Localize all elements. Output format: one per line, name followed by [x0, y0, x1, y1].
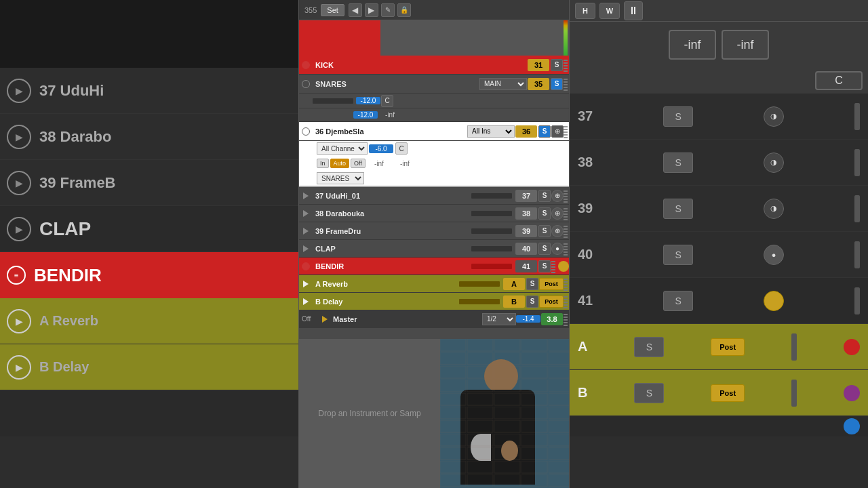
- bottom-section: Drop an Instrument or Samp: [299, 339, 569, 488]
- djembe-drag: [564, 125, 569, 138]
- track-39: 39 FrameDru 39 S ⊕: [299, 222, 569, 240]
- kick-s-btn[interactable]: S: [551, 59, 563, 71]
- right-s-39[interactable]: S: [663, 199, 693, 219]
- djembe-extra-btn[interactable]: ⊕: [551, 125, 564, 138]
- right-post-b[interactable]: Post: [711, 384, 745, 402]
- track-37-s[interactable]: S: [538, 190, 551, 202]
- right-track-40: 40 S ●: [570, 232, 868, 278]
- djembe-off-btn[interactable]: Off: [351, 159, 366, 168]
- snares-s-btn[interactable]: S: [551, 78, 563, 90]
- track-39-extra[interactable]: ⊕: [551, 225, 564, 237]
- track-reverb-play-icon: [303, 281, 309, 287]
- track-clap-play-icon: [303, 245, 309, 252]
- clip-red[interactable]: [299, 20, 380, 56]
- track-38-drag: [564, 207, 569, 220]
- djembe-c-btn[interactable]: C: [395, 142, 408, 155]
- track-clap-extra[interactable]: ●: [551, 243, 564, 255]
- track-reverb-s[interactable]: S: [526, 278, 538, 290]
- snares-db3: -inf: [378, 111, 402, 119]
- right-bar-a: [791, 333, 797, 361]
- right-bar-b: [791, 380, 797, 407]
- right-s-37[interactable]: S: [663, 106, 693, 127]
- track-38-name: 38 Darabouka: [313, 209, 471, 218]
- snares-drag: [564, 77, 569, 91]
- djembe-auto-btn[interactable]: Auto: [330, 159, 350, 168]
- right-circle-40: ●: [764, 245, 784, 265]
- master-off-label: Off: [299, 315, 319, 323]
- track-delay-s[interactable]: S: [526, 296, 538, 308]
- djembe-sub-row1: All Channe -6.0 C: [299, 141, 569, 156]
- djembe-dropdown-out[interactable]: All Channe: [317, 142, 368, 155]
- djembe-dropdown-in[interactable]: All Ins: [467, 125, 515, 138]
- djembe-in-btn[interactable]: In: [317, 159, 329, 168]
- right-s-a[interactable]: S: [634, 337, 664, 357]
- h-btn[interactable]: H: [575, 3, 595, 19]
- bg-left-track-clap: ▶ CLAP: [0, 206, 298, 252]
- right-track-a: A S Post: [570, 324, 868, 370]
- right-bar-40: [854, 241, 860, 268]
- play-btn-38[interactable]: ▶: [7, 125, 31, 149]
- track-38-s[interactable]: S: [538, 207, 551, 220]
- track-delay-post[interactable]: Post: [539, 296, 564, 308]
- track-bendir-num: 41: [515, 260, 537, 272]
- bendir-icon: ≡: [7, 266, 26, 285]
- snares-db2: -12.0: [353, 111, 378, 119]
- play-btn-39[interactable]: ▶: [7, 171, 31, 195]
- right-num-41: 41: [578, 293, 593, 308]
- snares-status: [299, 75, 313, 94]
- right-s-40[interactable]: S: [663, 245, 693, 265]
- track-bendir-s[interactable]: S: [538, 260, 551, 272]
- pencil-btn[interactable]: ✎: [381, 3, 395, 17]
- track-name-39: 39 FrameB: [39, 174, 116, 192]
- w-btn[interactable]: W: [599, 3, 620, 19]
- play-btn-clap[interactable]: ▶: [7, 217, 31, 241]
- djembe-num: 36: [515, 125, 537, 138]
- drop-zone[interactable]: Drop an Instrument or Samp: [299, 339, 440, 488]
- right-s-38[interactable]: S: [663, 152, 693, 173]
- lock-btn[interactable]: 🔒: [397, 3, 411, 17]
- right-num-b: B: [578, 385, 587, 401]
- djembe-s-btn[interactable]: S: [538, 125, 551, 138]
- bg-left-track-delay: ▶ B Delay: [0, 344, 298, 390]
- master-play-icon: [322, 316, 328, 323]
- track-bendir: BENDIR 41 S: [299, 258, 569, 275]
- right-circle-41-gold: [764, 291, 784, 311]
- track-name-reverb: A Reverb: [39, 313, 98, 329]
- play-btn-37[interactable]: ▶: [7, 79, 31, 103]
- master-subdiv[interactable]: 1/2: [482, 313, 516, 325]
- right-track-41: 41 S: [570, 278, 868, 324]
- djembe-send-dropdown[interactable]: SNARES: [317, 172, 364, 184]
- snares-channel-dropdown[interactable]: MAIN: [479, 78, 527, 90]
- track-clap-s[interactable]: S: [538, 243, 551, 255]
- track-name-delay: B Delay: [39, 359, 89, 375]
- track-name-38: 38 Darabo: [39, 128, 111, 146]
- pause-btn[interactable]: ⏸: [624, 1, 643, 20]
- right-s-41[interactable]: S: [663, 291, 693, 311]
- snares-c-btn[interactable]: C: [381, 95, 393, 107]
- track-39-level: [471, 228, 512, 234]
- right-num-37: 37: [578, 108, 593, 124]
- forward-arrow-btn[interactable]: ▶: [365, 3, 378, 17]
- play-btn-delay[interactable]: ▶: [7, 355, 31, 380]
- right-num-39: 39: [578, 201, 593, 216]
- track-37-num: 37: [515, 190, 537, 202]
- right-post-a[interactable]: Post: [711, 338, 745, 356]
- set-button[interactable]: Set: [321, 4, 344, 16]
- track-reverb-post[interactable]: Post: [539, 278, 564, 290]
- track-37-extra[interactable]: ⊕: [551, 190, 564, 202]
- bg-left-track-37: ▶ 37 UduHi: [0, 68, 298, 114]
- track-clap-name: CLAP: [313, 245, 471, 253]
- play-btn-reverb[interactable]: ▶: [7, 309, 31, 333]
- back-arrow-btn[interactable]: ◀: [349, 3, 362, 17]
- track-clap: CLAP 40 S ●: [299, 240, 569, 258]
- track-name-37: 37 UduHi: [39, 82, 104, 100]
- track-39-s[interactable]: S: [538, 225, 551, 237]
- right-s-b[interactable]: S: [634, 383, 664, 403]
- track-clap-status: [299, 239, 313, 258]
- right-icon-38: ◑: [764, 152, 784, 173]
- track-snares: SNARES MAIN 35 S: [299, 75, 569, 94]
- track-38-extra[interactable]: ⊕: [551, 207, 564, 220]
- bg-left-track-reverb: ▶ A Reverb: [0, 298, 298, 344]
- track-master-name: Master: [330, 315, 482, 323]
- right-db-2: -inf: [722, 30, 769, 60]
